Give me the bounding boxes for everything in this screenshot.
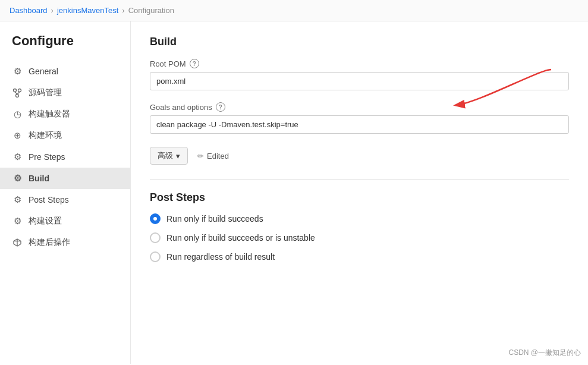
radio-label-success: Run only if build succeeds: [166, 214, 263, 224]
sidebar-label-general: General: [29, 67, 58, 76]
sidebar-label-pre-steps: Pre Steps: [29, 152, 65, 162]
sidebar-label-source: 源码管理: [29, 87, 62, 98]
chevron-down-icon: ▾: [176, 152, 180, 161]
sidebar-item-general[interactable]: ⚙ General: [0, 61, 130, 82]
root-pom-input[interactable]: [150, 72, 569, 90]
build-section-title: Build: [150, 36, 569, 48]
sidebar-item-env[interactable]: ⊕ 构建环境: [0, 125, 130, 146]
clock-icon: ◷: [12, 109, 23, 119]
gear-icon: ⚙: [12, 66, 23, 77]
radio-circle-regardless: [150, 251, 161, 262]
svg-point-0: [14, 89, 17, 92]
radio-label-regardless: Run regardless of build result: [166, 252, 275, 262]
sidebar-item-post-build[interactable]: 构建后操作: [0, 232, 130, 253]
sidebar-label-env: 构建环境: [29, 130, 62, 141]
sidebar-item-source[interactable]: 源码管理: [0, 82, 130, 103]
root-pom-help[interactable]: ?: [190, 59, 199, 68]
advanced-label: 高级: [158, 150, 173, 161]
breadcrumb: Dashboard › jenkinsMavenTest › Configura…: [0, 0, 588, 21]
radio-circle-success: [150, 213, 161, 224]
goals-label: Goals and options ?: [150, 102, 569, 112]
sidebar-label-post-steps: Post Steps: [29, 195, 69, 204]
grid-icon: ⊕: [12, 130, 23, 141]
radio-success-only[interactable]: Run only if build succeeds: [150, 213, 569, 224]
gear-icon-build: ⚙: [12, 173, 23, 184]
goals-options-group: Goals and options ?: [150, 102, 569, 142]
gear-icon-settings: ⚙: [12, 216, 23, 226]
section-divider: [150, 179, 569, 180]
sidebar-item-build-settings[interactable]: ⚙ 构建设置: [0, 210, 130, 232]
actions-row: 高级 ▾ ✏ Edited: [150, 147, 569, 165]
breadcrumb-dashboard[interactable]: Dashboard: [10, 6, 48, 15]
goals-help[interactable]: ?: [216, 102, 225, 112]
radio-label-unstable: Run only if build succeeds or is unstabl…: [166, 233, 315, 243]
sidebar-title: Configure: [0, 33, 130, 61]
svg-point-2: [16, 95, 19, 97]
post-steps-title: Post Steps: [150, 191, 569, 204]
sidebar-label-build: Build: [29, 174, 49, 183]
main-content: Build Root POM ? Goals and options ?: [131, 21, 588, 364]
edit-icon: ✏: [197, 152, 204, 161]
main-layout: Configure ⚙ General 源码管理 ◷ 构建触发器 ⊕ 构建环境 …: [0, 21, 588, 364]
radio-success-or-unstable[interactable]: Run only if build succeeds or is unstabl…: [150, 232, 569, 243]
sidebar-item-pre-steps[interactable]: ⚙ Pre Steps: [0, 146, 130, 168]
sidebar-item-triggers[interactable]: ◷ 构建触发器: [0, 103, 130, 125]
advanced-button[interactable]: 高级 ▾: [150, 147, 188, 165]
watermark: CSDN @一撇知足的心: [508, 348, 581, 358]
sidebar-item-post-steps[interactable]: ⚙ Post Steps: [0, 189, 130, 210]
sidebar-item-build[interactable]: ⚙ Build: [0, 168, 130, 189]
goals-input[interactable]: [150, 115, 569, 134]
root-pom-label: Root POM ?: [150, 59, 569, 68]
sidebar-label-triggers: 构建触发器: [29, 109, 70, 119]
svg-point-1: [18, 89, 21, 92]
radio-circle-unstable: [150, 232, 161, 243]
radio-regardless[interactable]: Run regardless of build result: [150, 251, 569, 262]
sidebar-label-build-settings: 构建设置: [29, 216, 62, 226]
gear-icon-pre: ⚙: [12, 152, 23, 162]
sidebar: Configure ⚙ General 源码管理 ◷ 构建触发器 ⊕ 构建环境 …: [0, 21, 131, 364]
source-icon: [12, 87, 23, 98]
edited-label: ✏ Edited: [197, 152, 229, 161]
gear-icon-post: ⚙: [12, 194, 23, 205]
root-pom-group: Root POM ?: [150, 59, 569, 99]
sidebar-label-post-build: 构建后操作: [29, 237, 70, 248]
cube-icon: [12, 237, 23, 248]
breadcrumb-current: Configuration: [128, 6, 174, 15]
breadcrumb-project[interactable]: jenkinsMavenTest: [57, 6, 118, 15]
